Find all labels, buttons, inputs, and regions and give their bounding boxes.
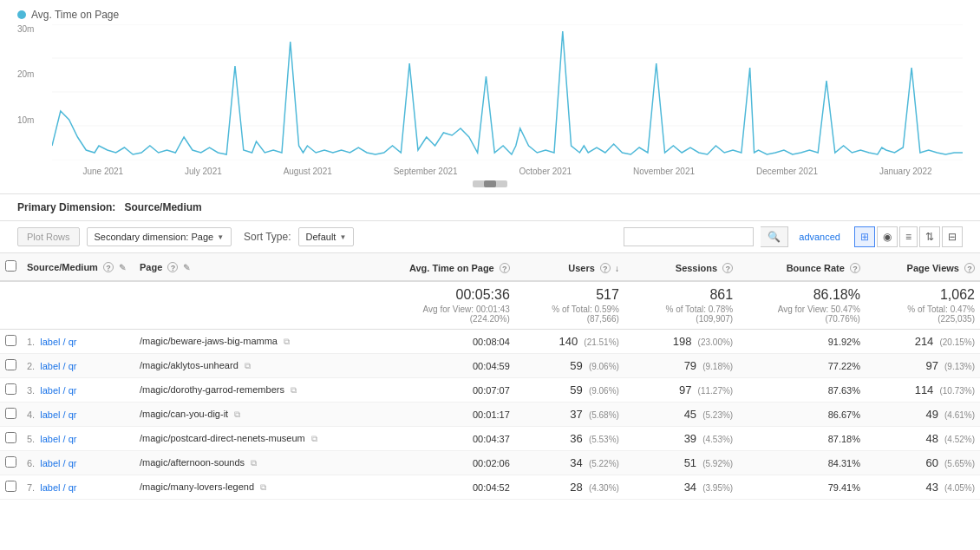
- row-source-link[interactable]: label / qr: [40, 361, 76, 371]
- row-number: 7.: [27, 482, 37, 493]
- bounce-rate-help-icon[interactable]: ?: [850, 263, 860, 273]
- table-row: 5. label / qr /magic/postcard-direct-nen…: [0, 427, 980, 451]
- advanced-link[interactable]: advanced: [799, 232, 840, 242]
- row-checkbox[interactable]: [5, 481, 16, 492]
- row-checkbox[interactable]: [5, 335, 16, 346]
- row-sessions: 51 (5.92%): [624, 451, 738, 475]
- sort-type-label: Sort Type:: [244, 231, 291, 243]
- row-page-icon[interactable]: ⧉: [251, 458, 257, 468]
- row-page-path: /magic/afternoon-sounds: [140, 457, 245, 468]
- row-page-path: /magic/can-you-dig-it: [140, 409, 228, 419]
- row-page-icon[interactable]: ⧉: [291, 385, 297, 396]
- chart-dot: [17, 10, 26, 19]
- row-source-link[interactable]: label / qr: [40, 385, 76, 396]
- data-table-container: Source/Medium ? ✎ Page ? ✎ Avg. Time on …: [0, 253, 980, 500]
- row-sessions: 34 (3.95%): [624, 475, 738, 500]
- table-row: 6. label / qr /magic/afternoon-sounds ⧉ …: [0, 451, 980, 475]
- row-checkbox[interactable]: [5, 432, 16, 443]
- page-help-icon[interactable]: ?: [167, 262, 178, 272]
- row-checkbox-cell[interactable]: [0, 475, 22, 500]
- row-source-link[interactable]: label / qr: [40, 409, 76, 420]
- summary-sessions: 861 % of Total: 0.78% (109,907): [624, 281, 738, 330]
- row-checkbox-cell[interactable]: [0, 403, 22, 427]
- pie-view-button[interactable]: ◉: [877, 226, 898, 247]
- row-sessions-value: 34: [684, 481, 696, 494]
- compare-view-button[interactable]: ⇅: [919, 226, 940, 247]
- select-all-checkbox[interactable]: [5, 260, 16, 272]
- row-checkbox-cell[interactable]: [0, 378, 22, 403]
- row-source-link[interactable]: label / qr: [40, 482, 76, 493]
- source-edit-icon[interactable]: ✎: [119, 263, 129, 273]
- plot-rows-button[interactable]: Plot Rows: [17, 227, 80, 246]
- row-page: /magic/dorothy-garrod-remembers ⧉: [134, 378, 377, 403]
- row-page-views: 49 (4.61%): [866, 403, 980, 427]
- summary-users: 517 % of Total: 0.59% (87,566): [515, 281, 624, 330]
- row-avg-time: 00:04:37: [377, 427, 515, 451]
- secondary-dimension-arrow: ▼: [217, 233, 224, 241]
- row-checkbox[interactable]: [5, 456, 16, 468]
- sessions-help-icon[interactable]: ?: [722, 263, 733, 273]
- avg-time-help-icon[interactable]: ?: [500, 263, 510, 273]
- header-page: Page ? ✎: [134, 253, 377, 281]
- row-sessions: 97 (11.27%): [624, 378, 738, 403]
- row-source-link[interactable]: label / qr: [40, 434, 76, 444]
- row-avg-time: 00:07:07: [377, 378, 515, 403]
- source-help-icon[interactable]: ?: [103, 262, 114, 272]
- row-page-path: /magic/aklytos-unheard: [140, 360, 238, 370]
- row-sessions-value: 39: [684, 432, 696, 445]
- row-source-link[interactable]: label / qr: [40, 458, 76, 468]
- row-page-icon[interactable]: ⧉: [245, 361, 251, 371]
- users-help-icon[interactable]: ?: [600, 263, 611, 273]
- page-views-help-icon[interactable]: ?: [964, 263, 975, 273]
- row-users-pct: (9.06%): [589, 362, 619, 371]
- row-page-views-pct: (4.61%): [944, 410, 975, 420]
- grid-view-button[interactable]: ⊞: [854, 226, 875, 247]
- row-page-views-value: 48: [925, 432, 938, 445]
- row-checkbox-cell[interactable]: [0, 451, 22, 475]
- row-number: 4.: [27, 409, 37, 420]
- row-bounce-rate: 87.18%: [738, 427, 866, 451]
- header-checkbox-cell[interactable]: [0, 253, 22, 281]
- row-page-views: 214 (20.15%): [866, 330, 980, 354]
- row-source-link[interactable]: label / qr: [40, 337, 76, 347]
- secondary-dimension-dropdown[interactable]: Secondary dimension: Page ▼: [87, 227, 232, 246]
- header-users: Users ? ↓: [515, 253, 624, 281]
- row-number: 6.: [27, 458, 37, 468]
- row-page: /magic/beware-jaws-big-mamma ⧉: [134, 330, 377, 354]
- primary-dimension-label: Primary Dimension:: [17, 201, 115, 213]
- row-users-value: 28: [570, 481, 582, 494]
- row-page-icon[interactable]: ⧉: [234, 409, 240, 420]
- header-bounce-rate: Bounce Rate ?: [738, 253, 866, 281]
- row-page-icon[interactable]: ⧉: [260, 482, 266, 493]
- table-row: 7. label / qr /magic/many-lovers-legend …: [0, 475, 980, 500]
- search-input[interactable]: [624, 227, 754, 246]
- row-num-source: 4. label / qr: [22, 403, 134, 427]
- row-page-icon[interactable]: ⧉: [284, 337, 290, 347]
- page-edit-icon[interactable]: ✎: [183, 263, 193, 273]
- row-checkbox[interactable]: [5, 383, 16, 395]
- row-users-value: 59: [570, 383, 582, 396]
- users-sort-icon[interactable]: ↓: [615, 264, 619, 273]
- row-users: 140 (21.51%): [515, 330, 624, 354]
- summary-row: 00:05:36 Avg for View: 00:01:43 (224.20%…: [0, 281, 980, 330]
- sort-type-dropdown[interactable]: Default ▼: [298, 227, 355, 246]
- row-checkbox[interactable]: [5, 359, 16, 370]
- row-checkbox-cell[interactable]: [0, 330, 22, 354]
- search-button[interactable]: 🔍: [761, 226, 788, 247]
- row-checkbox-cell[interactable]: [0, 427, 22, 451]
- row-page-views-value: 97: [925, 359, 938, 372]
- row-users-pct: (4.30%): [589, 483, 619, 493]
- row-checkbox[interactable]: [5, 408, 16, 419]
- primary-dimension-bar: Primary Dimension: Source/Medium: [0, 194, 980, 221]
- row-page-icon[interactable]: ⧉: [311, 434, 317, 444]
- row-page-views: 97 (9.13%): [866, 354, 980, 378]
- row-page-views-value: 43: [925, 481, 938, 494]
- data-table: Source/Medium ? ✎ Page ? ✎ Avg. Time on …: [0, 253, 980, 500]
- row-users-pct: (5.68%): [589, 410, 619, 420]
- bar-view-button[interactable]: ≡: [899, 226, 918, 247]
- pivot-view-button[interactable]: ⊟: [942, 226, 963, 247]
- row-avg-time: 00:04:59: [377, 354, 515, 378]
- row-sessions: 198 (23.00%): [624, 330, 738, 354]
- row-checkbox-cell[interactable]: [0, 354, 22, 378]
- row-bounce-rate: 87.63%: [738, 378, 866, 403]
